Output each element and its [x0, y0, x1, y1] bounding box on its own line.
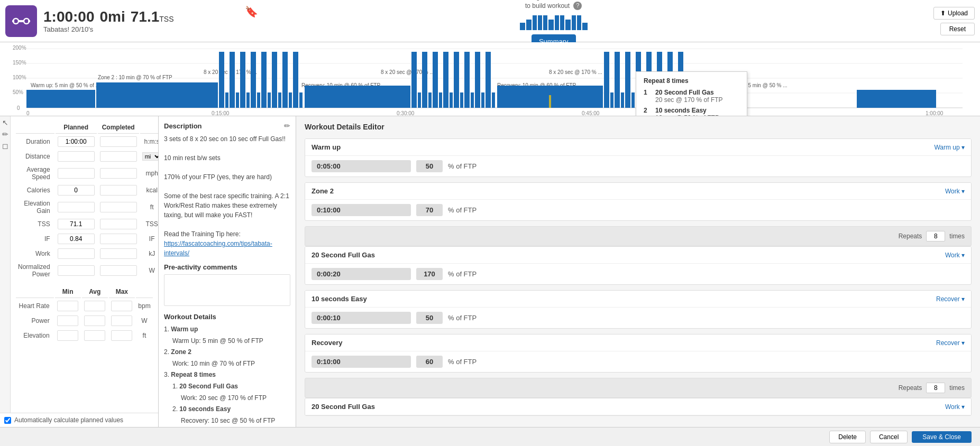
elevation-max[interactable] — [111, 330, 132, 341]
norm-power-completed[interactable] — [100, 265, 137, 276]
ten-sec-easy-title: 10 seconds Easy — [312, 295, 367, 303]
workout-chart[interactable]: 200% 150% 100% 50% 0 Warm up: 5 min @ 50… — [0, 42, 980, 116]
norm-power-planned[interactable] — [58, 265, 95, 276]
edit-description-icon[interactable]: ✏ — [284, 122, 290, 130]
distance-label: Distance — [16, 150, 54, 163]
workout-details-heading: Workout Details — [164, 313, 290, 321]
times-label-2: times — [949, 384, 965, 392]
elevation-completed[interactable] — [100, 202, 137, 212]
svg-rect-40 — [418, 92, 421, 108]
full-gas-pct-label: % of FTP — [448, 270, 477, 278]
svg-rect-30 — [272, 52, 277, 108]
auto-calc-checkbox[interactable] — [4, 417, 11, 424]
editor-zone2: Zone 2 Work ▾ % of FTP — [305, 182, 972, 221]
if-row: IF IF — [16, 232, 158, 246]
svg-rect-47 — [454, 52, 459, 108]
tooltip-title: Repeat 8 times — [644, 77, 739, 85]
elevation-planned[interactable] — [58, 202, 95, 212]
tooltip-item1-sub: 20 sec @ 170 % of FTP — [655, 96, 723, 104]
distance-unit-select[interactable]: mikm — [142, 152, 158, 161]
duration-completed[interactable] — [100, 136, 137, 147]
tooltip-item-2: 2 10 seconds Easy 10 sec @ 50 % of FTP — [644, 107, 739, 116]
mam-table: Min Avg Max Heart Rate bpm — [15, 285, 154, 343]
svg-rect-39 — [411, 52, 417, 108]
pre-activity-input[interactable] — [164, 274, 290, 306]
elevation-min[interactable] — [57, 330, 78, 341]
zone2-pct-label: % of FTP — [448, 206, 477, 214]
ten-sec-easy-time[interactable] — [312, 312, 411, 324]
work-planned[interactable] — [58, 248, 95, 259]
elevation-row: Elevation Gain ft — [16, 198, 158, 216]
min-header: Min — [55, 286, 81, 298]
full-gas-pct[interactable] — [416, 268, 443, 280]
zone2-time[interactable] — [312, 204, 411, 216]
duration-planned[interactable] — [58, 136, 95, 147]
work-completed[interactable] — [100, 248, 137, 259]
cancel-button[interactable]: Cancel — [870, 431, 908, 443]
distance-planned[interactable] — [58, 151, 95, 162]
full-gas-2-type[interactable]: Work ▾ — [945, 403, 965, 411]
power-min[interactable] — [57, 315, 78, 326]
delete-button[interactable]: Delete — [829, 431, 866, 443]
bookmark-icon: 🔖 — [245, 5, 258, 18]
svg-rect-50 — [471, 92, 474, 108]
power-max[interactable] — [111, 315, 132, 326]
tool-pencil[interactable]: ✏ — [2, 130, 8, 138]
workout-tss: 71.1TSS — [131, 8, 174, 25]
tss-completed[interactable] — [100, 219, 137, 229]
repeats-input-1[interactable] — [926, 231, 945, 241]
main-content: ↖ ✏ ◻ Planned Completed Duration — [0, 116, 980, 427]
zone2-pct[interactable] — [416, 204, 443, 216]
power-avg[interactable] — [84, 315, 105, 326]
avg-speed-completed[interactable] — [100, 168, 137, 179]
svg-text:0:15:00: 0:15:00 — [212, 110, 230, 116]
full-gas-type[interactable]: Work ▾ — [945, 252, 965, 259]
repeats-input-2[interactable] — [926, 383, 945, 393]
if-planned[interactable] — [58, 234, 95, 244]
zone2-type[interactable]: Work ▾ — [945, 188, 965, 195]
elevation-avg[interactable] — [84, 330, 105, 341]
tss-planned[interactable] — [58, 219, 95, 229]
reset-button[interactable]: Reset — [940, 23, 975, 35]
auto-calc-label: Automatically calculate planned values — [14, 416, 123, 424]
save-close-button[interactable]: Save & Close — [912, 431, 972, 443]
svg-rect-76 — [857, 90, 936, 108]
if-completed[interactable] — [100, 234, 137, 244]
calories-label: Calories — [16, 183, 54, 197]
stats-table: Planned Completed Duration h:m:s Distanc… — [15, 120, 158, 281]
help-icon[interactable]: ? — [573, 2, 582, 10]
power-row: Power W — [16, 314, 153, 328]
tool-eraser[interactable]: ◻ — [2, 142, 8, 150]
ten-sec-easy-type[interactable]: Recover ▾ — [936, 295, 965, 303]
warm-up-time[interactable] — [312, 160, 411, 172]
workout-time: 1:00:00 — [43, 8, 95, 25]
training-tip-link[interactable]: https://fascatcoaching.com/tips/tabata-i… — [164, 240, 272, 257]
hr-max[interactable] — [111, 301, 132, 311]
svg-rect-22 — [230, 52, 235, 108]
warm-up-type[interactable]: Warm up ▾ — [934, 144, 965, 151]
hr-min[interactable] — [57, 301, 78, 311]
workout-details-section: Workout Details 1. Warm up Warm Up: 5 mi… — [164, 313, 290, 427]
header-actions: ⬆ Upload Reset — [933, 7, 975, 35]
elevation-mam-label: Elevation — [16, 329, 54, 342]
ten-sec-easy-pct[interactable] — [416, 312, 443, 324]
norm-power-label: Normalized Power — [16, 262, 54, 280]
svg-text:0:30:00: 0:30:00 — [397, 110, 415, 116]
warm-up-pct[interactable] — [416, 160, 443, 172]
recovery-type[interactable]: Recover ▾ — [936, 339, 965, 347]
workout-blocks-preview — [520, 12, 588, 30]
avg-speed-label: Average Speed — [16, 164, 54, 182]
hr-unit: bpm — [136, 299, 153, 313]
avg-speed-planned[interactable] — [58, 168, 95, 179]
hr-avg[interactable] — [84, 301, 105, 311]
recovery-time[interactable] — [312, 356, 411, 368]
upload-button[interactable]: ⬆ Upload — [933, 7, 975, 20]
calories-planned[interactable] — [58, 185, 95, 196]
svg-rect-27 — [257, 92, 260, 108]
calories-completed[interactable] — [100, 185, 137, 196]
full-gas-time[interactable] — [312, 268, 411, 280]
recovery-pct[interactable] — [416, 356, 443, 368]
tool-cursor[interactable]: ↖ — [2, 118, 8, 127]
svg-rect-28 — [261, 52, 267, 108]
distance-completed[interactable] — [100, 151, 137, 162]
